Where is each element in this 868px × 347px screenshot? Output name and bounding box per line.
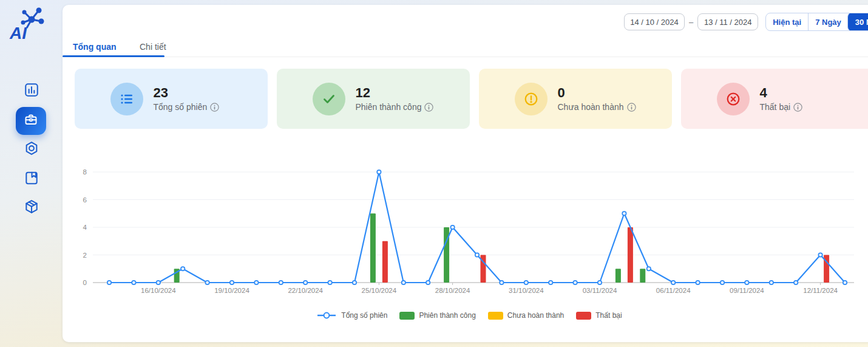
sidebar-item-bookmarks[interactable] (22, 170, 41, 188)
stat-cards-row: 23 Tổng số phiên 12 Phiên thành công (75, 69, 868, 129)
svg-text:16/10/2024: 16/10/2024 (141, 287, 176, 294)
app-logo[interactable]: AI (8, 5, 47, 43)
legend-label: Phiên thành công (419, 311, 475, 320)
tab-overview[interactable]: Tổng quan (73, 36, 117, 57)
stat-label: Thất bại (760, 102, 791, 112)
range-button-7days[interactable]: 7 Ngày (808, 13, 848, 30)
legend-swatch (488, 312, 503, 320)
legend-item[interactable]: Chưa hoàn thành (488, 311, 564, 320)
sidebar: AI (0, 0, 63, 347)
stat-card-total-sessions: 23 Tổng số phiên (75, 69, 268, 129)
stat-value: 0 (558, 86, 637, 100)
tab-bar: Tổng quan Chi tiết (63, 36, 868, 57)
line-marker-icon (316, 311, 337, 320)
svg-text:22/10/2024: 22/10/2024 (288, 287, 323, 294)
svg-text:12/11/2024: 12/11/2024 (803, 287, 838, 294)
legend-item[interactable]: Tổng số phiên (316, 311, 387, 320)
sessions-chart[interactable]: 0246816/10/202419/10/202422/10/202425/10… (69, 152, 868, 301)
info-icon[interactable] (424, 103, 433, 112)
svg-text:25/10/2024: 25/10/2024 (362, 287, 397, 294)
sidebar-item-analytics[interactable] (22, 82, 41, 100)
sidebar-item-sessions[interactable] (16, 107, 46, 135)
stat-value: 12 (356, 86, 435, 100)
x-axis: 16/10/202419/10/202422/10/202425/10/2024… (141, 283, 838, 294)
package-icon (24, 199, 39, 217)
svg-text:06/11/2024: 06/11/2024 (656, 287, 691, 294)
legend-swatch (576, 312, 591, 320)
svg-text:0: 0 (83, 279, 87, 286)
svg-text:2: 2 (83, 252, 87, 259)
logo-text: AI (9, 24, 27, 43)
active-tab-indicator (63, 55, 164, 57)
bookmark-icon (24, 170, 39, 188)
warning-icon (515, 83, 548, 115)
date-range-toolbar: – Hiện tại 7 Ngày 30 Ngày 90 Ngày (624, 13, 868, 31)
bar-series-0 (174, 213, 646, 283)
info-icon[interactable] (627, 103, 636, 112)
svg-text:03/11/2024: 03/11/2024 (583, 287, 617, 294)
date-from-input[interactable] (624, 13, 685, 30)
tab-details[interactable]: Chi tiết (140, 36, 166, 57)
legend-label: Thất bại (595, 311, 622, 320)
sidebar-item-packages[interactable] (22, 199, 41, 217)
stat-value: 4 (760, 86, 839, 100)
svg-text:6: 6 (83, 196, 87, 204)
legend-swatch (399, 312, 415, 320)
legend-item[interactable]: Phiên thành công (399, 311, 475, 320)
svg-text:19/10/2024: 19/10/2024 (214, 287, 249, 294)
stat-value: 23 (154, 86, 232, 100)
legend-item[interactable]: Thất bại (576, 311, 622, 320)
range-button-30days[interactable]: 30 Ngày (847, 13, 868, 31)
bar-chart-icon (24, 82, 39, 100)
stat-card-successful-sessions: 12 Phiên thành công (277, 69, 470, 129)
chart-legend: Tổng số phiênPhiên thành côngChưa hoàn t… (69, 311, 868, 320)
stat-card-incomplete-sessions: 0 Chưa hoàn thành (479, 69, 672, 129)
legend-label: Tổng số phiên (341, 311, 387, 320)
stat-card-failed-sessions: 4 Thất bại (681, 69, 868, 129)
svg-text:4: 4 (83, 224, 87, 231)
stat-label: Chưa hoàn thành (558, 102, 624, 112)
svg-text:8: 8 (83, 168, 87, 176)
gear-icon (24, 140, 39, 159)
dashboard-panel: – Hiện tại 7 Ngày 30 Ngày 90 Ngày Tổng q… (63, 5, 868, 342)
info-icon[interactable] (210, 103, 219, 112)
range-preset-group: Hiện tại 7 Ngày 30 Ngày 90 Ngày (765, 13, 868, 31)
svg-text:09/11/2024: 09/11/2024 (730, 287, 764, 294)
svg-text:31/10/2024: 31/10/2024 (509, 287, 544, 294)
grid: 02468 (83, 168, 854, 286)
error-icon (717, 83, 750, 115)
date-to-input[interactable] (697, 13, 758, 30)
list-icon (110, 83, 143, 115)
legend-label: Chưa hoàn thành (507, 311, 564, 320)
svg-text:28/10/2024: 28/10/2024 (435, 287, 470, 294)
sidebar-item-settings[interactable] (22, 140, 41, 159)
check-icon (313, 83, 345, 115)
stat-label: Tổng số phiên (154, 102, 208, 112)
briefcase-icon (24, 112, 38, 129)
info-icon[interactable] (793, 103, 802, 112)
range-button-current[interactable]: Hiện tại (766, 13, 808, 30)
stat-label: Phiên thành công (356, 102, 422, 112)
date-range-separator: – (689, 18, 693, 27)
